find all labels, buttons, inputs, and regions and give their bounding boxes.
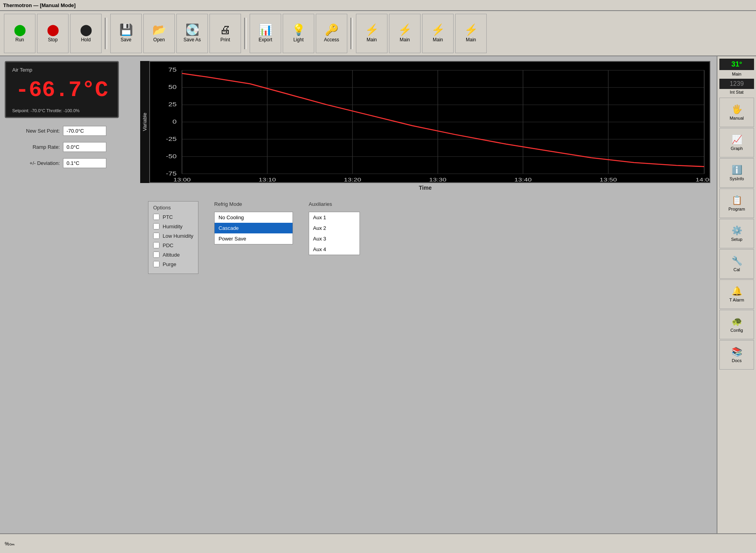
aux-list: Aux 1 Aux 2 Aux 3 Aux 4 [309, 212, 360, 255]
status-label: Main [732, 72, 741, 76]
aux-4[interactable]: Aux 4 [309, 244, 359, 255]
separator-1 [105, 18, 107, 49]
manual-button[interactable]: 🖐 Manual [719, 98, 754, 127]
refrig-no-cooling[interactable]: No Cooling [215, 212, 293, 223]
altitude-label: Altitude [163, 252, 180, 258]
hold-button[interactable]: ⬤ Hold [70, 14, 102, 53]
main4-button[interactable]: ⚡ Main [455, 14, 487, 53]
open-label: Open [153, 37, 165, 43]
sysinfo-button[interactable]: ℹ️ SysInfo [719, 158, 754, 188]
refrig-list: No Cooling Cascade Power Save [214, 212, 293, 244]
docs-button[interactable]: 📚 Docs [719, 340, 754, 370]
cal-label: Cal [734, 267, 740, 272]
title-bar: Thermotron — [Manual Mode] [0, 0, 756, 11]
save-button[interactable]: 💾 Save [110, 14, 142, 53]
open-button[interactable]: 📂 Open [143, 14, 175, 53]
altitude-checkbox[interactable] [153, 252, 159, 258]
new-setpoint-input[interactable] [63, 126, 106, 136]
humidity-checkbox[interactable] [153, 223, 159, 229]
svg-text:75: 75 [169, 67, 177, 73]
main3-icon: ⚡ [431, 24, 445, 35]
export-button[interactable]: 📊 Export [250, 14, 281, 53]
talarm-button[interactable]: 🔔 T Alarm [719, 279, 754, 309]
saveas-label: Save As [183, 37, 201, 43]
aux-title: Auxiliaries [309, 201, 360, 207]
saveas-button[interactable]: 💽 Save As [176, 14, 208, 53]
main3-button[interactable]: ⚡ Main [422, 14, 454, 53]
main3-label: Main [433, 37, 443, 43]
low-humidity-label: Low Humidity [163, 233, 193, 239]
aux-2[interactable]: Aux 2 [309, 223, 359, 233]
setup-button[interactable]: ⚙️ Setup [719, 219, 754, 248]
ramp-rate-input[interactable] [63, 142, 106, 152]
program-button[interactable]: 📋 Program [719, 189, 754, 218]
air-temp-label: Air Temp [12, 67, 111, 73]
run-label: Run [15, 37, 24, 43]
light-label: Light [293, 37, 304, 43]
saveas-icon: 💽 [185, 24, 199, 35]
int-stat-label: Int Stat [730, 90, 744, 94]
sysinfo-icon: ℹ️ [732, 165, 742, 175]
svg-text:50: 50 [169, 84, 177, 91]
pdc-label: PDC [163, 242, 173, 248]
left-panel: Air Temp -66.7°C Setpoint: -70.0°C Throt… [0, 56, 134, 533]
status-bar-text: %₀ₘ [5, 541, 15, 547]
export-label: Export [259, 37, 272, 43]
hold-label: Hold [81, 37, 91, 43]
options-title: Options [153, 205, 193, 211]
talarm-icon: 🔔 [732, 286, 742, 296]
low-humidity-row: Low Humidity [153, 233, 193, 239]
purge-label: Purge [163, 261, 176, 267]
run-icon: ⬤ [14, 24, 26, 35]
cal-button[interactable]: 🔧 Cal [719, 249, 754, 279]
altitude-row: Altitude [153, 252, 193, 258]
options-group: Options PTC Humidity Low Humidity PDC [148, 201, 198, 274]
print-icon: 🖨 [220, 24, 231, 35]
air-temp-setpoint: Setpoint: -70.0°C Throttle: -100.0% [12, 108, 111, 113]
svg-text:25: 25 [169, 101, 177, 107]
main2-label: Main [400, 37, 410, 43]
light-button[interactable]: 💡 Light [283, 14, 314, 53]
aux-3[interactable]: Aux 3 [309, 233, 359, 244]
svg-text:13:00: 13:00 [173, 177, 191, 182]
refrig-cascade[interactable]: Cascade [215, 223, 293, 233]
config-button[interactable]: 🐢 Config [719, 310, 754, 339]
access-button[interactable]: 🔑 Access [316, 14, 347, 53]
purge-checkbox[interactable] [153, 261, 159, 267]
chart-x-label: Time [140, 185, 710, 191]
ramp-rate-row: Ramp Rate: [5, 142, 129, 152]
main2-icon: ⚡ [398, 24, 412, 35]
docs-label: Docs [732, 358, 741, 363]
status-value-box: 31° [719, 59, 754, 70]
separator-3 [350, 18, 353, 49]
main1-button[interactable]: ⚡ Main [356, 14, 387, 53]
print-button[interactable]: 🖨 Print [209, 14, 241, 53]
cal-icon: 🔧 [732, 256, 742, 266]
low-humidity-checkbox[interactable] [153, 233, 159, 239]
run-button[interactable]: ⬤ Run [4, 14, 35, 53]
refrig-title: Refrig Mode [214, 201, 293, 207]
chart-wrap: Variable [140, 61, 710, 191]
separator-2 [244, 18, 246, 49]
ptc-checkbox[interactable] [153, 214, 159, 220]
int-stat-box: 1239 [719, 79, 754, 89]
program-label: Program [728, 207, 745, 211]
access-icon: 🔑 [325, 24, 339, 35]
aux-1[interactable]: Aux 1 [309, 212, 359, 223]
refrig-power-save[interactable]: Power Save [215, 233, 293, 244]
stop-button[interactable]: ⬤ Stop [37, 14, 69, 53]
deviation-input[interactable] [63, 158, 106, 168]
manual-icon: 🖐 [732, 104, 742, 115]
main1-icon: ⚡ [365, 24, 379, 35]
purge-row: Purge [153, 261, 193, 267]
right-panel: 31° Main 1239 Int Stat 🖐 Manual 📈 Graph … [717, 56, 756, 533]
main2-button[interactable]: ⚡ Main [389, 14, 421, 53]
svg-text:-75: -75 [166, 170, 176, 177]
pdc-checkbox[interactable] [153, 242, 159, 248]
graph-button[interactable]: 📈 Graph [719, 128, 754, 157]
humidity-row: Humidity [153, 223, 193, 229]
svg-text:-50: -50 [166, 153, 176, 159]
save-label: Save [120, 37, 131, 43]
svg-text:-25: -25 [166, 136, 176, 142]
pdc-row: PDC [153, 242, 193, 248]
